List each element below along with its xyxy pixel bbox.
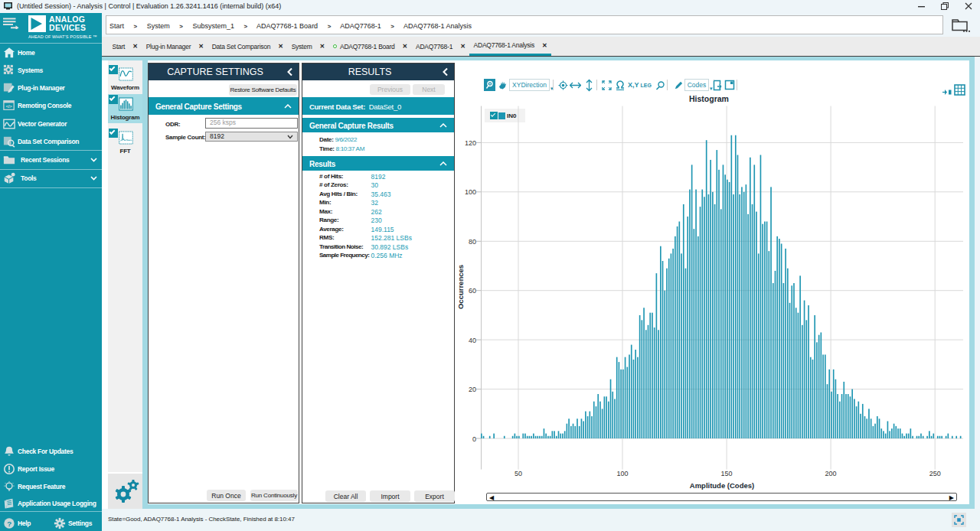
svg-text:200: 200 (825, 470, 837, 477)
svg-text:60: 60 (469, 287, 476, 295)
svg-text:100: 100 (616, 470, 628, 477)
svg-text:50: 50 (514, 470, 522, 477)
svg-text:?: ? (7, 519, 11, 527)
svg-text:250: 250 (929, 470, 941, 477)
svg-text:150: 150 (721, 470, 733, 477)
svg-text:0: 0 (472, 435, 476, 443)
svg-text:</>: </> (5, 103, 12, 109)
svg-text:Occurrences: Occurrences (456, 265, 465, 309)
svg-text:40: 40 (469, 337, 476, 344)
svg-text:120: 120 (465, 139, 476, 147)
svg-text:Amplitude (Codes): Amplitude (Codes) (690, 481, 754, 490)
svg-text:20: 20 (469, 386, 476, 393)
svg-text:80: 80 (469, 238, 476, 246)
svg-text:100: 100 (465, 188, 476, 196)
